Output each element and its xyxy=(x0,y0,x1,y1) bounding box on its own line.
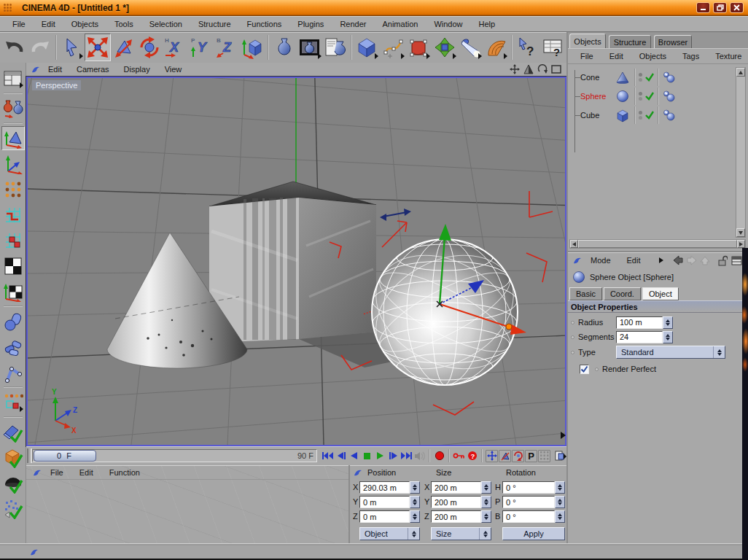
pos-y-field[interactable]: 0 m xyxy=(359,496,410,508)
type-dropdown[interactable]: Standard xyxy=(616,346,725,359)
enable-check-icon[interactable] xyxy=(644,91,655,101)
zoom-view-icon[interactable] xyxy=(523,64,534,75)
attr-tab-object[interactable]: Object xyxy=(642,287,679,300)
viewport-menu-cameras[interactable]: Cameras xyxy=(69,63,117,75)
add-primitive-icon[interactable] xyxy=(354,34,380,61)
menu-edit[interactable]: Edit xyxy=(34,18,63,31)
segments-field[interactable]: 24 xyxy=(616,331,663,343)
keyframe-tool-icon[interactable] xyxy=(1,335,25,359)
context-help-icon[interactable]: ? xyxy=(515,34,540,61)
coords-mode-dropdown[interactable]: Object xyxy=(359,527,420,540)
polygons-mode-icon[interactable] xyxy=(1,228,25,252)
timeline-track[interactable]: 0 F 90 F xyxy=(32,449,317,462)
stop-icon[interactable] xyxy=(361,450,373,462)
gizmo-x-handle[interactable] xyxy=(510,324,526,335)
menu-objects[interactable]: Objects xyxy=(63,18,106,31)
restore-button[interactable] xyxy=(713,2,727,13)
pos-z-field[interactable]: 0 m xyxy=(359,510,410,523)
edges-mode-icon[interactable] xyxy=(1,203,25,227)
visibility-dots-icon[interactable] xyxy=(639,73,642,82)
cube-icon[interactable] xyxy=(615,109,630,122)
back-icon[interactable] xyxy=(672,255,684,265)
menu-plugins[interactable]: Plugins xyxy=(289,18,332,31)
viewport[interactable]: Y Z X xyxy=(26,77,566,446)
scroll-down-icon[interactable] xyxy=(736,228,745,237)
timeline-drag-handle[interactable] xyxy=(27,448,32,463)
menu-structure[interactable]: Structure xyxy=(190,18,239,31)
sound-icon[interactable] xyxy=(413,450,426,462)
lock-x-axis-icon[interactable]: HX xyxy=(162,34,187,61)
smoothing-tag-icon[interactable] xyxy=(662,71,677,84)
make-editable-icon[interactable] xyxy=(1,96,25,120)
visibility-dots-icon[interactable] xyxy=(639,111,642,120)
sphere-object[interactable] xyxy=(357,233,533,392)
record-scale-icon[interactable] xyxy=(499,450,511,462)
coordinate-system-icon[interactable] xyxy=(240,34,265,61)
add-modeling-object-icon[interactable] xyxy=(432,34,457,61)
scale-tool-icon[interactable] xyxy=(111,34,136,61)
size-z-spinner[interactable] xyxy=(481,510,491,523)
render-view-icon[interactable] xyxy=(271,34,297,61)
pos-x-spinner[interactable] xyxy=(410,481,420,494)
lock-y-axis-icon[interactable]: PY xyxy=(188,34,214,61)
radius-field[interactable]: 100 m xyxy=(616,316,663,329)
object-name[interactable]: Cube xyxy=(580,111,609,120)
object-row-cone[interactable]: Cone xyxy=(574,69,742,86)
om-menu-objects[interactable]: Objects xyxy=(631,50,674,63)
pos-x-field[interactable]: 290.03 m xyxy=(359,481,410,494)
model-mode-icon[interactable] xyxy=(1,126,25,150)
move-tool-icon[interactable] xyxy=(85,34,111,61)
scroll-left-icon[interactable] xyxy=(570,240,578,248)
enable-check-icon[interactable] xyxy=(644,110,655,120)
smoothing-tag-icon[interactable] xyxy=(662,90,677,103)
minimize-button[interactable] xyxy=(696,2,710,13)
sphere-icon[interactable] xyxy=(615,90,630,104)
menu-selection[interactable]: Selection xyxy=(141,18,190,31)
visibility-dots-icon[interactable] xyxy=(639,92,642,101)
lock-z-axis-icon[interactable]: BZ xyxy=(214,34,239,61)
viewport-menu-display[interactable]: Display xyxy=(117,63,157,75)
add-modifier-icon[interactable] xyxy=(406,34,432,61)
om-vertical-scrollbar[interactable] xyxy=(736,67,746,238)
keyframe-selection-icon[interactable] xyxy=(453,450,465,462)
texture-axis-mode-icon[interactable] xyxy=(1,279,25,303)
rot-p-field[interactable]: 0 ° xyxy=(502,496,555,508)
autokey-help-icon[interactable]: ? xyxy=(466,450,478,462)
size-x-spinner[interactable] xyxy=(481,481,491,494)
next-frame-icon[interactable] xyxy=(387,450,400,462)
dome-check-icon[interactable] xyxy=(1,471,25,495)
layout-icon[interactable] xyxy=(1,66,25,90)
eraser-check-icon[interactable] xyxy=(1,420,25,444)
scroll-thumb[interactable] xyxy=(578,240,737,248)
bottom-menu-file[interactable]: File xyxy=(42,466,71,479)
scroll-up-icon[interactable] xyxy=(736,68,745,77)
close-button[interactable] xyxy=(730,2,744,13)
lock-icon[interactable] xyxy=(717,255,728,266)
object-row-sphere[interactable]: Sphere xyxy=(574,88,742,105)
add-light-icon[interactable] xyxy=(458,34,483,61)
viewport-menu-edit[interactable]: Edit xyxy=(41,63,69,75)
render-settings-icon[interactable] xyxy=(323,34,348,61)
render-perfect-checkbox[interactable] xyxy=(580,365,589,374)
gizmo-y-handle[interactable] xyxy=(439,224,451,241)
redo-icon[interactable] xyxy=(27,34,52,61)
enable-check-icon[interactable] xyxy=(644,72,655,82)
play-forward-icon[interactable] xyxy=(374,450,386,462)
object-name[interactable]: Cone xyxy=(580,73,609,82)
selection-filter-icon[interactable] xyxy=(1,390,25,414)
render-picture-viewer-icon[interactable] xyxy=(297,34,322,61)
om-horizontal-scrollbar[interactable] xyxy=(569,239,746,249)
add-environment-icon[interactable] xyxy=(483,34,509,61)
toggle-view-icon[interactable] xyxy=(550,64,562,75)
size-y-spinner[interactable] xyxy=(481,496,491,508)
om-menu-file[interactable]: File xyxy=(572,50,601,63)
viewport-canvas[interactable]: Y Z X xyxy=(28,78,565,445)
om-menu-texture[interactable]: Texture xyxy=(707,50,748,63)
record-icon[interactable] xyxy=(433,450,445,462)
panel-collapse-arrow[interactable] xyxy=(561,432,566,439)
go-to-start-icon[interactable] xyxy=(322,450,334,462)
attr-tab-basic[interactable]: Basic xyxy=(569,287,602,300)
panel-layout-icon[interactable] xyxy=(731,256,742,265)
bottom-menu-edit[interactable]: Edit xyxy=(71,466,101,479)
object-name-selected[interactable]: Sphere xyxy=(580,92,609,101)
